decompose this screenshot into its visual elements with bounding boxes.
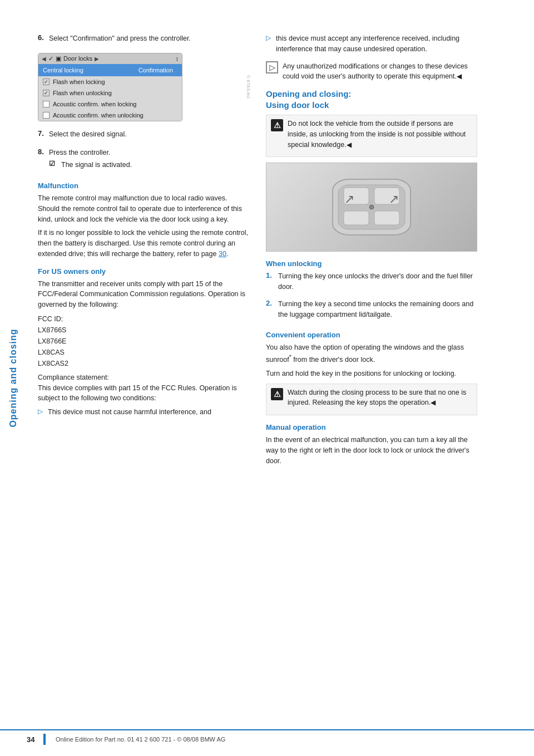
convenient-para1: You also have the option of operating th… <box>266 342 477 365</box>
page-container: Opening and closing 6. Select "Confirmat… <box>0 0 534 756</box>
fcc-bullet-2-text: this device must accept any interference… <box>276 33 477 55</box>
ui-checkbox-1[interactable]: ✓ <box>43 78 50 85</box>
ui-fm-icon: ▣ <box>56 55 61 62</box>
ui-check-icon: ✓ <box>48 55 53 62</box>
compliance-text: This device complies with part 15 of the… <box>38 384 237 402</box>
warning-box-convenient: ⚠ Watch during the closing process to be… <box>266 384 477 416</box>
note-text: Any unauthorized modifications or change… <box>283 61 477 82</box>
arrow-icon-2: ▷ <box>266 34 273 42</box>
svg-text:↗: ↗ <box>389 192 399 206</box>
arrow-icon-1: ▷ <box>38 408 44 415</box>
sidebar: Opening and closing <box>0 0 27 756</box>
note-box: ▷ Any unauthorized modifications or chan… <box>266 61 477 86</box>
unlocking-num-2: 2. <box>266 299 275 323</box>
warning-triangle-icon: ⚠ <box>271 119 283 131</box>
warning-box-door-lock: ⚠ Do not lock the vehicle from the outsi… <box>266 115 477 157</box>
ui-titlebar-left: ◀ ✓ ▣ Door locks ▶ <box>42 55 99 62</box>
page-number: 34 <box>27 735 43 744</box>
fcc-bullet-1: ▷ This device must not cause harmful int… <box>38 407 249 421</box>
footer-text: Online Edition for Part no. 01 41 2 600 … <box>56 736 225 743</box>
ui-forward-arrow: ▶ <box>95 56 99 62</box>
when-unlocking-heading: When unlocking <box>266 259 477 268</box>
unlocking-text-2: Turning the key a second time unlocks th… <box>278 299 477 320</box>
ui-row-1-label: Flash when locking <box>53 78 105 85</box>
unlocking-item-1: 1. Turning the key once unlocks the driv… <box>266 271 477 296</box>
manual-operation-para1: In the event of an electrical malfunctio… <box>266 435 477 466</box>
malfunction-heading: Malfunction <box>38 181 249 190</box>
step-8-sub: ☑ The signal is activated. <box>49 160 249 174</box>
ui-watermark: © ETAS AG <box>246 75 251 99</box>
step-6-text: Select "Confirmation" and press the cont… <box>49 33 249 44</box>
fcc-bullet-2: ▷ this device must accept any interferen… <box>266 33 477 58</box>
compliance-label: Compliance statement: This device compli… <box>38 372 249 404</box>
step-6: 6. Select "Confirmation" and press the c… <box>38 33 249 47</box>
car-svg: ↗ ↗ WCS25329US <box>322 171 422 243</box>
compliance-label-text: Compliance statement: <box>38 374 109 381</box>
warning-text: Do not lock the vehicle from the outside… <box>288 119 472 150</box>
page-link-30[interactable]: 30 <box>219 250 226 258</box>
main-content: 6. Select "Confirmation" and press the c… <box>27 0 534 756</box>
malfunction-para1: The remote control may malfunction due t… <box>38 193 249 224</box>
step-6-num: 6. <box>38 33 46 47</box>
step-8-text: Press the controller. <box>49 149 110 156</box>
step-7: 7. Select the desired signal. <box>38 129 249 143</box>
ui-screenshot-container: ◀ ✓ ▣ Door locks ▶ ↕ Central locking Con… <box>38 53 249 121</box>
ui-checkbox-4[interactable] <box>43 112 50 119</box>
svg-text:WCS25329US: WCS25329US <box>418 207 422 233</box>
ui-row-2: ✓ Flash when unlocking <box>38 87 182 99</box>
convenient-warning-text: Watch during the closing process to be s… <box>288 387 472 409</box>
ui-door-locks-title: Door locks <box>63 55 92 62</box>
manual-operation-heading: Manual operation <box>266 423 477 431</box>
malfunction-para2: If it is no longer possible to lock the … <box>38 228 249 259</box>
svg-rect-5 <box>374 211 399 225</box>
note-end-marker: ◀ <box>457 72 462 80</box>
ui-confirmation-tab[interactable]: Confirmation <box>134 66 177 74</box>
ui-row-2-label: Flash when unlocking <box>53 90 112 96</box>
ui-row-1: ✓ Flash when locking <box>38 76 182 87</box>
footer-accent <box>43 734 46 745</box>
step-7-num: 7. <box>38 129 46 143</box>
step-8-content: Press the controller. ☑ The signal is ac… <box>49 148 249 174</box>
right-column: ▷ this device must accept any interferen… <box>266 33 477 734</box>
fcc-ids: FCC ID: LX8766S LX8766E LX8CAS LX8CAS2 <box>38 313 249 369</box>
ui-tabs-row: Central locking Confirmation <box>38 64 182 76</box>
for-us-owners-heading: For US owners only <box>38 267 249 276</box>
ui-row-3: Acoustic confirm. when locking <box>38 99 182 110</box>
ui-checkbox-3[interactable] <box>43 101 50 107</box>
ui-central-locking-tab[interactable]: Central locking <box>43 67 131 73</box>
unlocking-text-1: Turning the key once unlocks the driver'… <box>278 271 477 292</box>
for-us-owners-para1: The transmitter and receiver units compl… <box>38 279 249 310</box>
left-column: 6. Select "Confirmation" and press the c… <box>38 33 249 734</box>
page-footer: 34 Online Edition for Part no. 01 41 2 6… <box>0 729 534 745</box>
warning-end-marker: ◀ <box>347 141 352 149</box>
checkmark-icon: ☑ <box>49 160 58 168</box>
convenient-warning-end: ◀ <box>431 399 436 406</box>
note-text-content: Any unauthorized modifications or change… <box>283 62 468 81</box>
warning-triangle-icon-2: ⚠ <box>271 388 283 400</box>
ui-back-arrow: ◀ <box>42 56 46 62</box>
ui-checkbox-2[interactable]: ✓ <box>43 90 50 96</box>
note-icon: ▷ <box>266 61 278 73</box>
ui-screenshot: ◀ ✓ ▣ Door locks ▶ ↕ Central locking Con… <box>38 53 182 121</box>
ui-row-4: Acoustic confirm. when unlocking <box>38 110 182 121</box>
car-image: ↗ ↗ WCS25329US <box>266 163 477 252</box>
step-7-text: Select the desired signal. <box>49 129 249 140</box>
ui-sort-icon: ↕ <box>176 55 179 62</box>
ui-row-3-label: Acoustic confirm. when locking <box>53 101 136 107</box>
opening-closing-heading: Opening and closing: Using door lock <box>266 89 477 110</box>
heading-line1: Opening and closing: <box>266 89 351 99</box>
unlocking-item-2: 2. Turning the key a second time unlocks… <box>266 299 477 323</box>
unlocking-num-1: 1. <box>266 271 275 296</box>
fcc-bullet-1-text: This device must not cause harmful inter… <box>48 407 211 418</box>
convenient-para2: Turn and hold the key in the positions f… <box>266 369 477 379</box>
step-8: 8. Press the controller. ☑ The signal is… <box>38 148 249 174</box>
sidebar-label: Opening and closing <box>8 328 18 427</box>
step-8-num: 8. <box>38 148 46 174</box>
step-8-sub-text: The signal is activated. <box>61 160 132 170</box>
convenient-warning-content: Watch during the closing process to be s… <box>288 389 466 407</box>
ui-titlebar: ◀ ✓ ▣ Door locks ▶ ↕ <box>38 53 182 64</box>
warning-text-content: Do not lock the vehicle from the outside… <box>288 120 466 149</box>
svg-rect-4 <box>344 211 369 225</box>
heading-line2: Using door lock <box>266 100 329 110</box>
svg-text:↗: ↗ <box>344 192 354 206</box>
